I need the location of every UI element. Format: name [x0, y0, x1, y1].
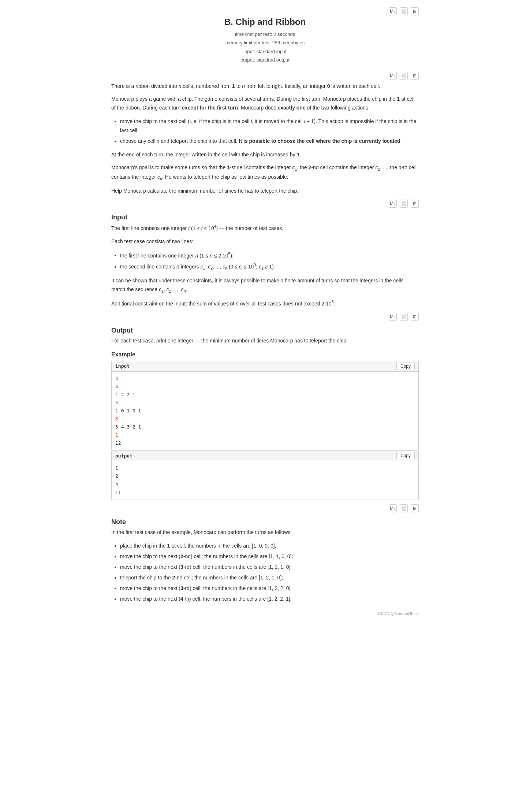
input-bullets: the first line contains one integer n (1…: [120, 251, 419, 272]
note-intro: In the first test case of the example, M…: [111, 528, 419, 537]
input-toolbar: M↓ ⬜ ⊞: [111, 200, 419, 208]
note-toolbar: M↓ ⬜ ⊞: [111, 504, 419, 512]
example-section: Example input Copy 4 4 1 2 2 1 5 1 0 1 0…: [111, 351, 419, 500]
problem-p4: Monocarp's goal is to make some turns so…: [111, 163, 419, 182]
note-expand-icon[interactable]: ⊞: [411, 504, 419, 512]
meta-info: time limit per test: 2 seconds memory li…: [111, 30, 419, 64]
output-section: Output For each test case, print one int…: [111, 327, 419, 345]
note-bullet-5: move the chip to the next (3-rd) cell; t…: [120, 584, 419, 593]
time-limit: time limit per test: 2 seconds: [111, 30, 419, 38]
output-code-label: output: [115, 453, 132, 459]
markdown-icon-top[interactable]: M↓: [389, 7, 397, 15]
output-copy-button[interactable]: Copy: [396, 452, 415, 459]
input-md-icon[interactable]: M↓: [389, 200, 397, 208]
output-code-header: output Copy: [112, 451, 418, 461]
input-section: Input The first line contains one intege…: [111, 214, 419, 308]
problem-section: There is a ribbon divided into n cells, …: [111, 82, 419, 196]
problem-p1: There is a ribbon divided into n cells, …: [111, 82, 419, 91]
problem-copy-icon[interactable]: ⬜: [400, 72, 408, 80]
input-bullet-1: the first line contains one integer n (1…: [120, 251, 419, 260]
problem-p3: At the end of each turn, the integer wri…: [111, 151, 419, 159]
bullet-2: choose any cell x and teleport the chip …: [120, 137, 419, 146]
problem-md-icon[interactable]: M↓: [389, 72, 397, 80]
problem-p5: Help Monocarp calculate the minimum numb…: [111, 187, 419, 196]
output-md-icon[interactable]: M↓: [389, 313, 397, 321]
input-code-block: input Copy 4 4 1 2 2 1 5 1 0 1 0 1 5 5 4…: [111, 361, 419, 451]
input-copy-icon[interactable]: ⬜: [400, 200, 408, 208]
note-bullet-3: move the chip to the next (3-rd) cell; t…: [120, 563, 419, 572]
note-heading: Note: [111, 518, 419, 526]
problem-bullets: move the chip to the next cell (i. e. if…: [120, 117, 419, 146]
watermark: CSDN @GordonGhost: [111, 611, 419, 616]
input-copy-button[interactable]: Copy: [396, 363, 415, 370]
output-p1: For each test case, print one integer — …: [111, 337, 419, 345]
example-heading: Example: [111, 351, 419, 358]
note-bullet-1: place the chip in the 1-st cell; the num…: [120, 541, 419, 550]
note-copy-icon[interactable]: ⬜: [400, 504, 408, 512]
input-p3: It can be shown that under these constra…: [111, 277, 419, 294]
problem-toolbar: M↓ ⬜ ⊞: [111, 72, 419, 80]
output-code-body: 1 2 4 11: [112, 461, 418, 499]
problem-expand-icon[interactable]: ⊞: [411, 72, 419, 80]
memory-limit: memory limit per test: 256 megabytes: [111, 38, 419, 47]
note-bullet-2: move the chip to the next (2-nd) cell; t…: [120, 552, 419, 561]
note-bullet-4: teleport the chip to the 2-nd cell; the …: [120, 573, 419, 582]
problem-p2: Monocarp plays a game with a chip. The g…: [111, 95, 419, 112]
input-code-label: input: [115, 363, 130, 369]
input-code-body: 4 4 1 2 2 1 5 1 0 1 0 1 5 5 4 3 2 1 1 12: [112, 372, 418, 451]
page-title: B. Chip and Ribbon: [111, 17, 419, 27]
input-p2: Each test case consists of two lines:: [111, 237, 419, 246]
note-bullets: place the chip in the 1-st cell; the num…: [120, 541, 419, 604]
note-bullet-6: move the chip to the next (4-th) cell; t…: [120, 594, 419, 604]
top-toolbar: M↓ ⬜ ⊞: [111, 7, 419, 15]
note-section: Note In the first test case of the examp…: [111, 518, 419, 604]
output-toolbar: M↓ ⬜ ⊞: [111, 313, 419, 321]
input-expand-icon[interactable]: ⊞: [411, 200, 419, 208]
expand-icon-top[interactable]: ⊞: [411, 7, 419, 15]
input-code-header: input Copy: [112, 361, 418, 372]
output-type: output: standard output: [111, 56, 419, 64]
input-p1: The first line contains one integer t (1…: [111, 223, 419, 233]
output-copy-icon[interactable]: ⬜: [400, 313, 408, 321]
input-heading: Input: [111, 214, 419, 221]
bullet-1: move the chip to the next cell (i. e. if…: [120, 117, 419, 135]
copy-icon-top[interactable]: ⬜: [400, 7, 408, 15]
output-code-block: output Copy 1 2 4 11: [111, 451, 419, 500]
input-bullet-2: the second line contains n integers c1, …: [120, 262, 419, 272]
output-expand-icon[interactable]: ⊞: [411, 313, 419, 321]
note-md-icon[interactable]: M↓: [389, 504, 397, 512]
output-heading: Output: [111, 327, 419, 334]
input-p4: Additional constraint on the input: the …: [111, 299, 419, 308]
input-type: input: standard input: [111, 47, 419, 56]
